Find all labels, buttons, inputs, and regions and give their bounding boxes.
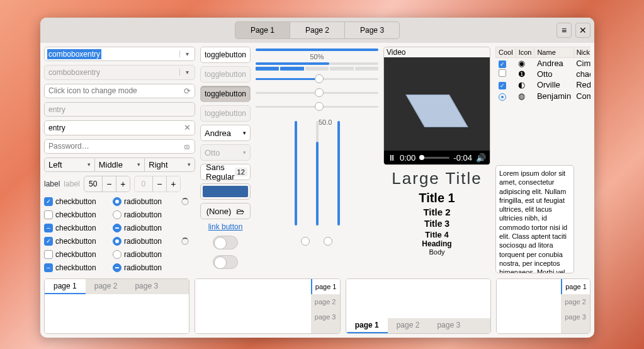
- nb-tab-3[interactable]: page 3: [126, 279, 167, 294]
- password-input[interactable]: [45, 142, 179, 151]
- checkbox-mixed[interactable]: –: [44, 224, 53, 232]
- nb-tab-1[interactable]: page 1: [561, 279, 590, 294]
- textview[interactable]: Lorem ipsum dolor sit amet, consectetur …: [495, 165, 574, 273]
- chevron-down-icon[interactable]: ▾: [179, 50, 195, 57]
- spin-minus-button[interactable]: −: [102, 176, 116, 192]
- nb-tab-1[interactable]: page 1: [311, 279, 340, 294]
- tab-page1[interactable]: Page 1: [235, 21, 290, 39]
- checkbox[interactable]: ✓: [499, 60, 506, 68]
- hamburger-menu-button[interactable]: ≡: [556, 23, 572, 38]
- radio[interactable]: [113, 237, 121, 246]
- color-button[interactable]: [200, 183, 251, 200]
- chevron-down-icon: ▾: [243, 149, 246, 156]
- hscale-1[interactable]: [256, 73, 378, 84]
- th-name[interactable]: Name: [534, 47, 573, 58]
- togglebutton-active[interactable]: togglebutton: [200, 86, 251, 102]
- entry-with-icon[interactable]: ⟳: [44, 84, 195, 98]
- title-3: Title 3: [383, 219, 490, 229]
- nb-tab-3[interactable]: page 3: [311, 309, 340, 324]
- th-cool[interactable]: Cool: [496, 47, 516, 58]
- checkbox[interactable]: ✓: [44, 237, 53, 246]
- close-icon[interactable]: ✕: [179, 123, 195, 132]
- radio[interactable]: [113, 250, 121, 259]
- volume-icon[interactable]: 🔊: [476, 153, 486, 163]
- nb-tab-3[interactable]: page 3: [428, 318, 469, 333]
- align-left-segment[interactable]: Left▾: [44, 157, 95, 172]
- hscale-2[interactable]: [256, 87, 378, 98]
- checkbox-mixed[interactable]: –: [44, 263, 53, 272]
- spin-plus-button[interactable]: +: [116, 176, 130, 192]
- hscale-3[interactable]: [256, 101, 378, 112]
- nb-tab-1[interactable]: page 1: [45, 279, 86, 294]
- switch-off-1[interactable]: [213, 236, 238, 249]
- file-chooser-button[interactable]: (None)🗁: [200, 203, 251, 219]
- checkbox[interactable]: ✓: [44, 197, 53, 206]
- comboboxentry-1[interactable]: comboboxentry ▾: [44, 47, 195, 61]
- checkbox[interactable]: [44, 210, 53, 219]
- nb-tab-2[interactable]: page 2: [561, 294, 590, 309]
- vscale-3[interactable]: [337, 121, 340, 226]
- title-1: Title 1: [383, 191, 490, 205]
- eye-off-icon[interactable]: ⦻: [179, 142, 195, 151]
- nb-tab-2[interactable]: page 2: [86, 279, 127, 294]
- switch-off-2[interactable]: [213, 255, 238, 269]
- togglebutton[interactable]: togglebutton: [200, 47, 251, 63]
- nb-tab-2[interactable]: page 2: [388, 318, 429, 333]
- entry-with-clear[interactable]: ✕: [44, 120, 195, 135]
- video-frame[interactable]: ⏸ 0:00 -0:04 🔊: [384, 57, 490, 164]
- video-seek-slider[interactable]: [419, 157, 449, 159]
- column-entries: comboboxentry ▾ comboboxentry ▾ ⟳ entry …: [44, 47, 195, 273]
- font-button[interactable]: Sans Regular12: [200, 164, 251, 180]
- notebook-row: page 1 page 2 page 3 page 1 page 2 page …: [44, 278, 590, 334]
- dropdown-andrea[interactable]: Andrea▾: [200, 125, 251, 141]
- label-text: label: [44, 180, 60, 188]
- align-middle-segment[interactable]: Middle▾: [95, 157, 145, 172]
- spin-value-disabled: 0: [135, 180, 152, 188]
- checkbox[interactable]: [499, 69, 506, 77]
- radio-mixed[interactable]: [113, 224, 121, 232]
- checkbox[interactable]: ✓: [499, 82, 506, 89]
- video-label: Video: [384, 47, 490, 57]
- notebook-right-tabs: page 1 page 2 page 3: [195, 278, 340, 334]
- color-swatch: [203, 186, 248, 197]
- alignment-combo: Left▾ Middle▾ Right▾: [44, 157, 195, 172]
- tab-page2[interactable]: Page 2: [290, 21, 345, 39]
- radio[interactable]: [113, 197, 121, 206]
- link-button[interactable]: link button: [200, 222, 251, 231]
- nb-tab-3[interactable]: page 3: [561, 309, 590, 324]
- checkbox[interactable]: [44, 250, 53, 259]
- title-2: Title 2: [383, 207, 490, 217]
- th-icon[interactable]: Icon: [516, 47, 534, 58]
- mode-entry-input[interactable]: [45, 86, 179, 95]
- nb-page: [346, 279, 490, 318]
- radio-mixed[interactable]: [113, 263, 121, 272]
- video-content-3d-icon: [405, 94, 468, 127]
- spinbutton[interactable]: 50 − +: [84, 176, 130, 192]
- label-text-disabled: label: [64, 180, 79, 188]
- vscale-1[interactable]: [295, 121, 297, 226]
- vertical-scales: 50.0: [256, 118, 378, 226]
- entry-input[interactable]: [45, 123, 179, 132]
- nb-page: [195, 279, 310, 333]
- globe-icon: ◍: [518, 91, 525, 101]
- folder-open-icon: 🗁: [236, 207, 244, 216]
- nb-tab-2[interactable]: page 2: [311, 294, 340, 309]
- table-row: ✓ ◉ Andrea Cim: [496, 58, 591, 69]
- entry-placeholder-only[interactable]: entry: [44, 102, 195, 117]
- radio[interactable]: [113, 210, 121, 219]
- spinbutton-disabled: 0 − +: [134, 176, 181, 192]
- pause-icon[interactable]: ⏸: [388, 153, 396, 163]
- spinner-icon: [181, 198, 189, 205]
- align-right-segment[interactable]: Right▾: [145, 157, 195, 172]
- notebook-bottom-tabs: page 1 page 2 page 3: [346, 278, 491, 334]
- vscale-2[interactable]: [316, 121, 319, 226]
- th-nick[interactable]: Nick: [573, 47, 590, 58]
- radio[interactable]: [499, 93, 506, 101]
- people-table[interactable]: Cool Icon Name Nick ✓ ◉ Andrea Cim ❶: [495, 47, 590, 101]
- tab-page3[interactable]: Page 3: [345, 21, 400, 39]
- nb-tab-1[interactable]: page 1: [346, 318, 388, 333]
- password-entry[interactable]: ⦻: [44, 139, 195, 154]
- refresh-icon[interactable]: ⟳: [179, 86, 195, 96]
- column-scales: 50% 50.0: [256, 47, 378, 273]
- close-window-button[interactable]: ✕: [575, 23, 590, 38]
